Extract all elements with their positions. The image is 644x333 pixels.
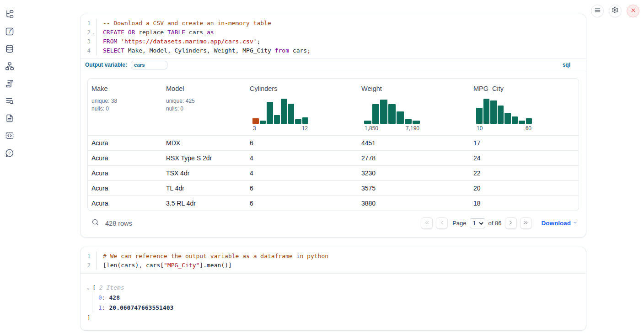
scratchpad-icon xyxy=(5,79,14,90)
code-text: # We can reference the output variable a… xyxy=(97,252,328,261)
close-icon xyxy=(630,7,636,15)
language-badge: sql xyxy=(563,62,581,68)
output-variable-input[interactable] xyxy=(131,61,167,69)
sidebar-documentation-button[interactable] xyxy=(5,114,15,124)
gear-icon xyxy=(612,6,619,16)
column-name: Make xyxy=(91,85,159,92)
table-cell: MDX xyxy=(162,139,246,147)
sql-code-editor[interactable]: 1-- Download a CSV and create an in-memo… xyxy=(80,14,586,58)
column-header-weight[interactable]: Weight1,8507,190 xyxy=(358,79,470,135)
chevrons-left-icon xyxy=(424,220,430,227)
column-histogram: 1060 xyxy=(476,99,532,132)
code-line: 3FROM 'https://datasets.marimo.app/cars.… xyxy=(80,37,586,46)
code-text: [len(cars), cars["MPG_City"].mean()] xyxy=(97,261,232,270)
line-number: 4 xyxy=(80,46,91,55)
table-cell: 6 xyxy=(246,139,358,147)
file-tree-icon xyxy=(5,10,14,21)
dependency-graph-icon xyxy=(5,62,14,73)
table-cell: TSX 4dr xyxy=(162,169,246,177)
column-header-model[interactable]: Modelunique: 425nulls: 0 xyxy=(162,79,246,135)
histogram-bar xyxy=(519,121,525,124)
sidebar-functions-button[interactable]: f xyxy=(5,27,15,37)
table-cell: Acura xyxy=(88,139,162,147)
help-icon: ? xyxy=(5,148,14,159)
sidebar-snippets-button[interactable] xyxy=(5,132,15,142)
table-cell: 6 xyxy=(246,185,358,192)
sidebar-help-button[interactable]: ? xyxy=(5,149,15,159)
fold-toggle-icon[interactable]: ⌄ xyxy=(91,28,97,37)
histogram-bar xyxy=(302,117,309,124)
column-header-make[interactable]: Makeunique: 38nulls: 0 xyxy=(88,79,162,135)
line-number: 2 xyxy=(80,261,91,270)
chevron-down-icon xyxy=(573,220,578,227)
table-cell: 3.5 RL 4dr xyxy=(162,200,246,207)
histogram-bars xyxy=(364,99,420,124)
histogram-bar xyxy=(364,121,371,124)
sidebar-datasources-button[interactable] xyxy=(5,45,15,55)
sidebar-file-tree-button[interactable] xyxy=(5,10,15,20)
column-header-mpg_city[interactable]: MPG_City1060 xyxy=(470,79,579,135)
table-body: AcuraMDX6445117AcuraRSX Type S 2dr427782… xyxy=(88,135,579,211)
search-icon xyxy=(91,218,99,228)
table-cell: TL 4dr xyxy=(162,185,246,192)
prev-page-button[interactable] xyxy=(436,217,448,229)
table-cell: 4451 xyxy=(358,139,470,147)
settings-button[interactable] xyxy=(609,5,622,17)
hamburger-icon xyxy=(594,7,601,16)
sidebar-scratchpad-button[interactable] xyxy=(5,79,15,90)
column-name: MPG_City xyxy=(473,85,575,92)
table-cell: 22 xyxy=(470,169,579,177)
sidebar-logs-button[interactable] xyxy=(5,97,15,107)
histogram-axis-labels: 312 xyxy=(252,125,308,132)
chevron-right-icon xyxy=(508,220,514,227)
histogram-bar xyxy=(413,121,420,124)
histogram-bar xyxy=(267,102,273,124)
page-select[interactable]: 1 xyxy=(470,218,485,228)
histogram-bar xyxy=(252,118,259,124)
search-button[interactable] xyxy=(91,218,99,228)
download-button[interactable]: Download xyxy=(542,220,578,227)
histogram-bar xyxy=(397,111,404,124)
menu-button[interactable] xyxy=(591,5,604,17)
functions-icon: f xyxy=(5,27,14,38)
table-cell: 17 xyxy=(470,139,579,147)
row-count: 428 rows xyxy=(105,220,132,227)
table-cell: Acura xyxy=(88,169,162,177)
line-number: 2 xyxy=(80,28,91,37)
first-page-button[interactable] xyxy=(421,217,433,229)
shutdown-button[interactable] xyxy=(627,5,639,17)
column-stats: unique: 425nulls: 0 xyxy=(166,97,242,113)
svg-text:f: f xyxy=(9,28,12,35)
code-line: 1-- Download a CSV and create an in-memo… xyxy=(80,19,586,28)
output-tree: ⌄ [ 2 Items 0: 4281: 20.060747663551403 … xyxy=(80,274,586,330)
sidebar-dependency-graph-button[interactable] xyxy=(5,62,15,72)
python-code-editor[interactable]: 1# We can reference the output variable … xyxy=(80,247,586,274)
code-line: 1# We can reference the output variable … xyxy=(80,252,586,261)
tree-items: 0: 4281: 20.060747663551403 xyxy=(92,293,586,313)
next-page-button[interactable] xyxy=(505,217,517,229)
histogram-bar xyxy=(372,104,380,124)
datasources-icon xyxy=(5,44,14,55)
tree-close-bracket: ] xyxy=(87,313,586,323)
histogram-bar xyxy=(512,116,518,124)
table-cell: 4 xyxy=(246,169,358,177)
last-page-button[interactable] xyxy=(520,217,532,229)
table-cell: RSX Type S 2dr xyxy=(162,154,246,162)
histogram-bar xyxy=(380,100,387,124)
tree-open-bracket: [ xyxy=(92,283,96,293)
histogram-axis-labels: 1,8507,190 xyxy=(364,125,420,132)
column-name: Model xyxy=(166,85,242,92)
code-text: SELECT Make, Model, Cylinders, Weight, M… xyxy=(97,46,311,55)
tree-collapse-icon[interactable]: ⌄ xyxy=(87,283,92,293)
table-cell: 3230 xyxy=(358,169,470,177)
pagination: Page 1 of 86 Download xyxy=(421,217,578,229)
table-cell: Acura xyxy=(88,200,162,207)
output-variable-label: Output variable: xyxy=(85,62,127,68)
tree-item: 0: 428 xyxy=(98,293,586,303)
code-text: CREATE OR replace TABLE cars as xyxy=(97,28,214,37)
column-header-cylinders[interactable]: Cylinders312 xyxy=(246,79,358,135)
column-name: Weight xyxy=(361,85,466,92)
table-row: AcuraTL 4dr6357520 xyxy=(88,180,579,196)
histogram-bar xyxy=(288,104,295,124)
code-line: 2[len(cars), cars["MPG_City"].mean()] xyxy=(80,261,586,270)
